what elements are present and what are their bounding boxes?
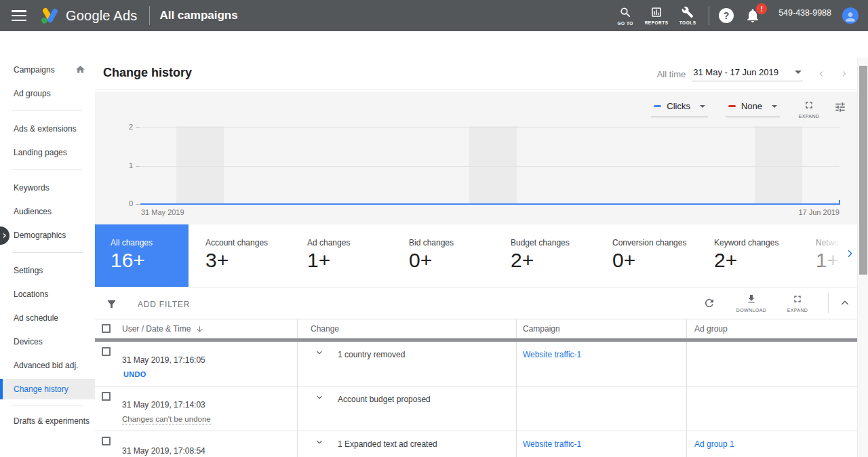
date-range-value: 31 May - 17 Jun 2019 bbox=[693, 67, 778, 77]
google-ads-app: Google Ads All campaigns GO TO REPORTS T… bbox=[0, 0, 868, 457]
menu-icon[interactable] bbox=[12, 10, 26, 21]
chart-settings-icon[interactable] bbox=[834, 101, 846, 113]
person-icon bbox=[844, 10, 857, 24]
tools-button[interactable]: TOOLS bbox=[672, 6, 703, 25]
sidebar-item-audiences[interactable]: Audiences bbox=[0, 199, 95, 223]
card-account-changes[interactable]: Account changes 3+ bbox=[189, 224, 290, 287]
caret-down-icon bbox=[772, 105, 777, 108]
prev-period-button[interactable] bbox=[818, 69, 825, 79]
sidebar-item-ads-extensions[interactable]: Ads & extensions bbox=[0, 117, 95, 140]
filter-bar: ADD FILTER DOWNLOAD EXPAND bbox=[95, 287, 857, 319]
row-date: 31 May 2019, 17:14:03 bbox=[122, 400, 205, 410]
column-label: Ad group bbox=[694, 324, 728, 334]
row-expand-chevron-icon[interactable] bbox=[315, 392, 324, 403]
campaign-link[interactable]: Website traffic-1 bbox=[523, 350, 581, 359]
next-period-button[interactable] bbox=[840, 69, 848, 79]
sidebar-item-keywords[interactable]: Keywords bbox=[0, 176, 95, 199]
sidebar-divider bbox=[12, 170, 83, 170]
reports-button[interactable]: REPORTS bbox=[641, 6, 672, 25]
col-user-date: User / Date & Time bbox=[95, 319, 297, 338]
download-button[interactable]: DOWNLOAD bbox=[733, 294, 770, 313]
reports-label: REPORTS bbox=[645, 20, 669, 25]
weekend-band bbox=[176, 126, 224, 204]
row-date: 31 May 2019, 17:08:54 bbox=[122, 446, 205, 456]
expand-label: EXPAND bbox=[787, 308, 808, 313]
sidebar-item-advanced-bid-adj[interactable]: Advanced bid adj. bbox=[0, 353, 95, 377]
refresh-button[interactable] bbox=[703, 297, 715, 309]
sidebar-item-locations[interactable]: Locations bbox=[0, 282, 95, 306]
table-row: 31 May 2019, 17:08:54 1 Expanded text ad… bbox=[95, 431, 857, 457]
user-date-cell: 31 May 2019, 17:14:03 Changes can't be u… bbox=[95, 386, 297, 431]
page-title: Change history bbox=[103, 66, 192, 80]
select-all-checkbox[interactable] bbox=[102, 324, 111, 333]
ad-group-link[interactable]: Ad group 1 bbox=[694, 439, 734, 449]
cards-next-button[interactable] bbox=[844, 247, 855, 260]
add-filter-button[interactable]: ADD FILTER bbox=[138, 300, 190, 309]
collapse-section-button[interactable] bbox=[840, 298, 850, 309]
vertical-scrollbar[interactable] bbox=[857, 58, 868, 457]
filter-bar-actions: DOWNLOAD EXPAND bbox=[703, 287, 857, 319]
column-label: User / Date & Time bbox=[122, 324, 191, 334]
change-description: Account budget proposed bbox=[338, 395, 431, 404]
undo-link[interactable]: UNDO bbox=[123, 370, 146, 378]
sort-descending-icon[interactable] bbox=[195, 325, 204, 334]
date-preset-label: All time bbox=[657, 69, 686, 79]
goto-label: GO TO bbox=[617, 21, 633, 26]
card-all-changes[interactable]: All changes 16+ bbox=[95, 224, 189, 287]
help-button[interactable]: ? bbox=[719, 8, 734, 23]
sidebar-item-devices[interactable]: Devices bbox=[0, 330, 95, 353]
brand-name: Google Ads bbox=[66, 8, 137, 24]
avatar[interactable] bbox=[842, 7, 859, 24]
sidebar-item-landing-pages[interactable]: Landing pages bbox=[0, 140, 95, 164]
row-expand-chevron-icon[interactable] bbox=[315, 347, 324, 358]
scrollbar-thumb[interactable] bbox=[859, 66, 867, 275]
sidebar-item-settings[interactable]: Settings bbox=[0, 258, 95, 282]
table-row: 31 May 2019, 17:16:05 UNDO 1 country rem… bbox=[95, 342, 857, 386]
caret-down-icon bbox=[700, 105, 705, 108]
chart-expand-button[interactable]: EXPAND bbox=[793, 100, 825, 119]
goto-button[interactable]: GO TO bbox=[610, 6, 641, 26]
campaign-link[interactable]: Website traffic-1 bbox=[523, 439, 581, 449]
change-type-cards: All changes 16+ Account changes 3+ Ad ch… bbox=[95, 224, 857, 287]
sidebar-item-campaigns[interactable]: Campaigns bbox=[0, 58, 95, 81]
sidebar-divider bbox=[12, 252, 83, 253]
row-checkbox[interactable] bbox=[102, 347, 111, 356]
sidebar-item-drafts-experiments[interactable]: Drafts & experiments bbox=[0, 411, 95, 430]
expand-icon bbox=[804, 100, 814, 111]
card-bid-changes[interactable]: Bid changes 0+ bbox=[392, 224, 494, 287]
y-tickmark bbox=[136, 166, 140, 167]
notifications-button[interactable]: ! bbox=[745, 7, 761, 24]
card-conversion-changes[interactable]: Conversion changes 0+ bbox=[595, 224, 697, 287]
change-description: 1 Expanded text ad created bbox=[338, 439, 437, 449]
cannot-undo-note: Changes can't be undone bbox=[122, 415, 211, 424]
y-tickmark bbox=[136, 127, 140, 128]
card-keyword-changes[interactable]: Keyword changes 2+ bbox=[697, 224, 799, 287]
date-range-picker[interactable]: 31 May - 17 Jun 2019 bbox=[692, 66, 803, 81]
sidebar-divider bbox=[12, 405, 83, 405]
y-tick-label: 1 bbox=[115, 161, 133, 170]
clicks-series-line bbox=[140, 203, 840, 205]
card-budget-changes[interactable]: Budget changes 2+ bbox=[494, 224, 595, 287]
sidebar-item-ad-groups[interactable]: Ad groups bbox=[0, 81, 95, 105]
row-checkbox[interactable] bbox=[102, 437, 111, 445]
ad-group-cell bbox=[686, 386, 857, 431]
sidebar-item-change-history[interactable]: Change history bbox=[0, 379, 95, 399]
campaign-cell: Website traffic-1 bbox=[516, 342, 686, 386]
wrench-icon bbox=[682, 6, 694, 18]
filter-icon bbox=[106, 298, 117, 310]
column-label: Change bbox=[311, 324, 339, 334]
ad-group-cell: Ad group 1 bbox=[686, 431, 857, 457]
row-expand-chevron-icon[interactable] bbox=[315, 437, 324, 448]
secondary-metric-value: None bbox=[741, 101, 762, 111]
row-checkbox[interactable] bbox=[102, 392, 111, 401]
sidebar-item-ad-schedule[interactable]: Ad schedule bbox=[0, 306, 95, 330]
vertical-divider bbox=[828, 293, 829, 313]
sidebar-item-demographics[interactable]: Demographics bbox=[0, 223, 95, 247]
card-ad-changes[interactable]: Ad changes 1+ bbox=[290, 224, 392, 287]
download-label: DOWNLOAD bbox=[736, 308, 766, 313]
table-expand-button[interactable]: EXPAND bbox=[779, 294, 816, 313]
download-icon bbox=[746, 294, 757, 304]
primary-metric-select[interactable]: Clicks bbox=[651, 97, 708, 117]
search-icon bbox=[619, 6, 632, 19]
secondary-metric-select[interactable]: None bbox=[726, 97, 780, 117]
